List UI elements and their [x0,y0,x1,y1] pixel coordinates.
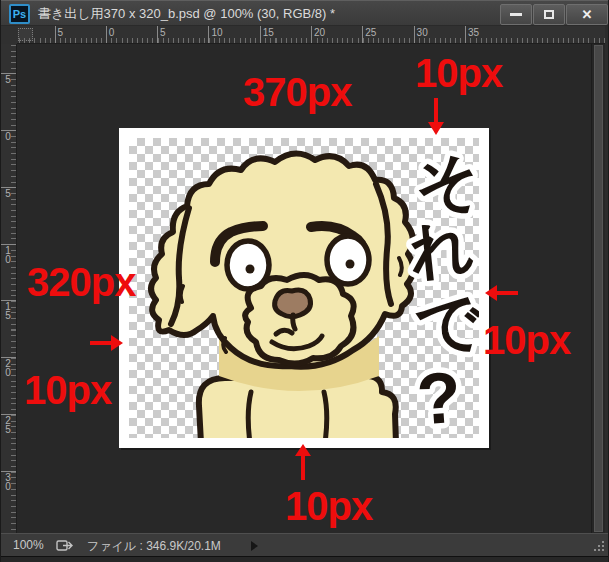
photoshop-logo-icon: Ps [9,4,30,24]
zoom-level-field[interactable]: 100% [13,538,44,552]
window-title: 書き出し用370 x 320_b.psd @ 100% (30, RGB/8) … [38,1,335,27]
ruler-label: 2 0 [4,359,12,377]
ruler-label: 25 [365,27,376,38]
ruler-label: 5 [58,27,64,38]
ruler-label: 0 [4,132,12,141]
photoshop-document-window: Ps 書き出し用370 x 320_b.psd @ 100% (30, RGB/… [0,0,609,562]
vertical-scrollbar[interactable] [591,44,605,533]
ruler-label: 2 5 [4,416,12,434]
vertical-ruler[interactable]: 5051 01 52 02 53 0 [1,44,17,533]
ruler-label: 20 [314,27,325,38]
horizontal-ruler[interactable]: 505101520253035 [17,26,605,44]
ruler-major-tick [157,26,158,43]
minimize-button[interactable] [500,4,532,25]
transparency-checkerboard: そ れ で ? [129,138,479,438]
sticker-char-3: で [410,283,479,366]
maximize-icon [544,10,554,19]
sticker-char-4: ? [414,357,463,438]
document-canvas[interactable]: そ れ で ? [119,128,489,448]
status-options-arrow-icon[interactable] [251,541,258,551]
close-icon: ✕ [582,8,593,21]
file-size-info[interactable]: ファイル : 346.9K/20.1M [87,538,221,555]
ruler-label: 1 0 [4,246,12,264]
ruler-label: 5 [4,75,12,84]
ruler-major-tick [414,26,415,43]
sticker-text: そ れ で ? [407,140,479,438]
ruler-label: 3 0 [4,473,12,491]
ruler-label: 30 [417,27,428,38]
ruler-major-tick [55,26,56,43]
window-frame-bottom [1,556,609,562]
scrollbar-thumb[interactable] [594,45,603,532]
ruler-label: 5 [160,27,166,38]
status-bar: 100% ファイル : 346.9K/20.1M [1,533,609,556]
dog-right-pupil [346,260,355,269]
ruler-label: 0 [109,27,115,38]
ruler-major-tick [362,26,363,43]
ruler-major-tick [106,26,107,43]
resize-grip-icon[interactable] [592,539,606,553]
maximize-button[interactable] [533,4,565,25]
sticker-char-2: れ [407,211,477,286]
ruler-label: 35 [468,27,479,38]
window-frame-right [605,26,609,556]
window-controls: ✕ [499,4,608,25]
ruler-major-tick [260,26,261,43]
ruler-minor-ticks [19,38,605,43]
dog-sticker-illustration: そ れ で ? [129,138,479,438]
minimize-icon [510,13,522,16]
canvas-pasteboard[interactable]: そ れ で ? [17,44,591,533]
ruler-label: 1 5 [4,302,12,320]
ruler-label: 5 [4,189,12,198]
close-button[interactable]: ✕ [566,4,608,25]
dog-left-pupil [246,265,255,274]
ruler-minor-ticks [11,45,16,533]
ruler-major-tick [465,26,466,43]
ruler-major-tick [208,26,209,43]
ruler-label: 10 [211,27,222,38]
ruler-major-tick [311,26,312,43]
ruler-label: 15 [263,27,274,38]
titlebar[interactable]: Ps 書き出し用370 x 320_b.psd @ 100% (30, RGB/… [1,0,609,26]
publish-icon[interactable] [56,538,74,552]
